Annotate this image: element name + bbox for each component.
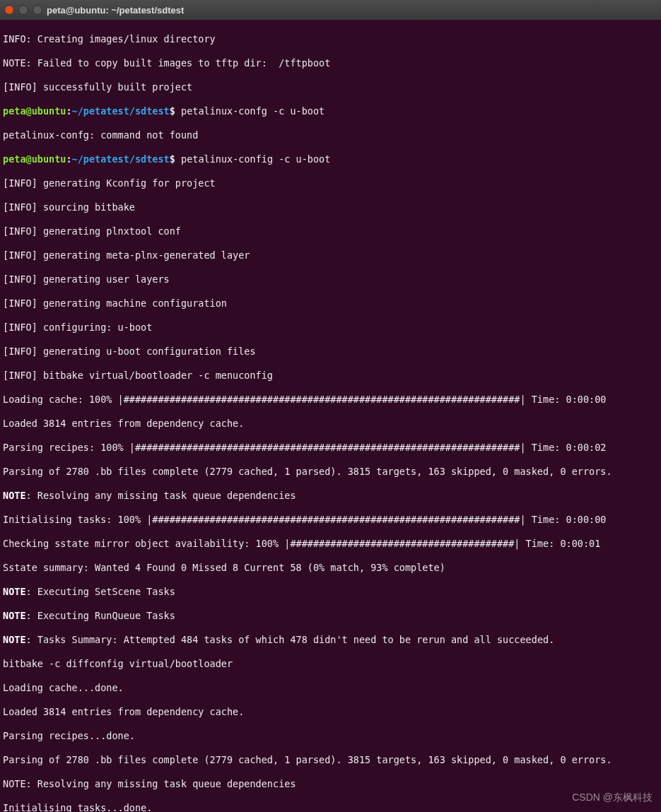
maximize-icon[interactable]: [33, 5, 42, 15]
prompt-path: ~/petatest/sdtest: [72, 153, 170, 165]
output-line: NOTE: Executing RunQueue Tasks: [3, 610, 658, 622]
output-line: Parsing of 2780 .bb files complete (2779…: [3, 466, 658, 478]
output-line: Parsing of 2780 .bb files complete (2779…: [3, 754, 658, 766]
output-line: bitbake -c diffconfig virtual/bootloader: [3, 658, 658, 670]
output-line: [INFO] bitbake virtual/bootloader -c men…: [3, 370, 658, 382]
output-line: NOTE: Resolving any missing task queue d…: [3, 490, 658, 502]
output-line: INFO: Creating images/linux directory: [3, 33, 658, 45]
output-line: Initialising tasks...done.: [3, 802, 658, 812]
output-line: [INFO] configuring: u-boot: [3, 322, 658, 334]
window-title: peta@ubuntu: ~/petatest/sdtest: [47, 4, 184, 16]
terminal-output[interactable]: INFO: Creating images/linux directory NO…: [0, 20, 661, 812]
command-input: petalinux-confg -c u-boot: [181, 105, 324, 117]
prompt-user: peta@ubuntu: [3, 105, 66, 117]
output-line: Parsing recipes: 100% |#################…: [3, 442, 658, 454]
output-line: Loaded 3814 entries from dependency cach…: [3, 418, 658, 430]
output-line: Sstate summary: Wanted 4 Found 0 Missed …: [3, 562, 658, 574]
prompt-line: peta@ubuntu:~/petatest/sdtest$ petalinux…: [3, 153, 658, 165]
output-line: Loading cache: 100% |###################…: [3, 394, 658, 406]
output-line: Checking sstate mirror object availabili…: [3, 538, 658, 550]
output-line: [INFO] generating user layers: [3, 273, 658, 286]
output-line: Initialising tasks: 100% |##############…: [3, 514, 658, 526]
output-line: Parsing recipes...done.: [3, 730, 658, 742]
output-line: NOTE: Tasks Summary: Attempted 484 tasks…: [3, 634, 658, 646]
output-line: [INFO] generating u-boot configuration f…: [3, 346, 658, 358]
prompt-user: peta@ubuntu: [3, 153, 66, 165]
output-line: petalinux-confg: command not found: [3, 129, 658, 141]
output-line: NOTE: Resolving any missing task queue d…: [3, 778, 658, 790]
output-line: NOTE: Failed to copy built images to tft…: [3, 57, 658, 69]
output-line: Loading cache...done.: [3, 682, 658, 694]
output-line: [INFO] sourcing bitbake: [3, 201, 658, 213]
output-line: [INFO] generating plnxtool conf: [3, 225, 658, 237]
output-line: Loaded 3814 entries from dependency cach…: [3, 706, 658, 718]
output-line: [INFO] generating meta-plnx-generated la…: [3, 249, 658, 261]
minimize-icon[interactable]: [18, 5, 28, 15]
close-icon[interactable]: [4, 5, 14, 15]
window-titlebar[interactable]: peta@ubuntu: ~/petatest/sdtest: [0, 0, 661, 20]
command-input: petalinux-config -c u-boot: [181, 153, 330, 165]
output-line: [INFO] generating machine configuration: [3, 298, 658, 310]
prompt-line: peta@ubuntu:~/petatest/sdtest$ petalinux…: [3, 105, 658, 117]
prompt-path: ~/petatest/sdtest: [72, 105, 170, 117]
output-line: [INFO] generating Kconfig for project: [3, 177, 658, 189]
output-line: [INFO] successfully built project: [3, 81, 658, 93]
output-line: NOTE: Executing SetScene Tasks: [3, 586, 658, 598]
